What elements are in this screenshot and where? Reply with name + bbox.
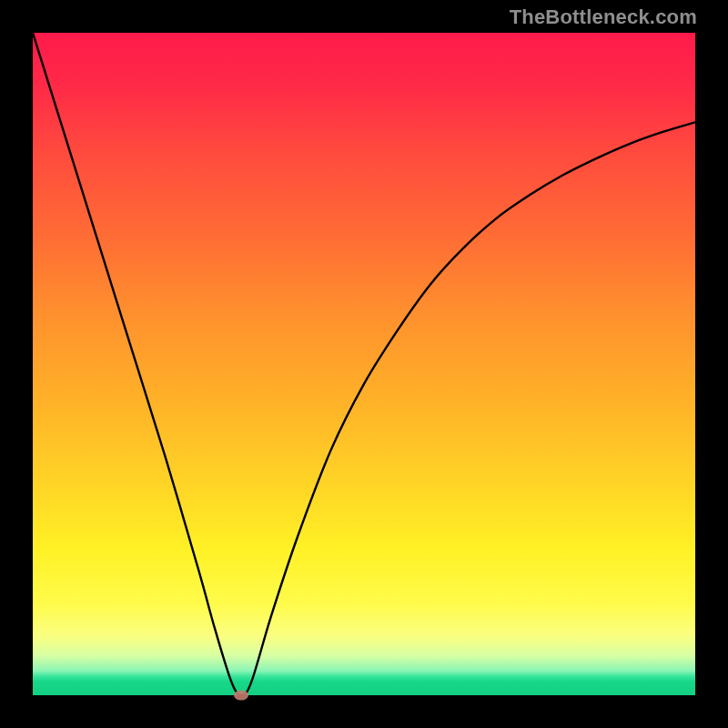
watermark-text: TheBottleneck.com xyxy=(510,5,697,29)
plot-area xyxy=(33,33,695,695)
bottleneck-curve xyxy=(33,33,695,695)
minimum-marker xyxy=(234,691,248,701)
